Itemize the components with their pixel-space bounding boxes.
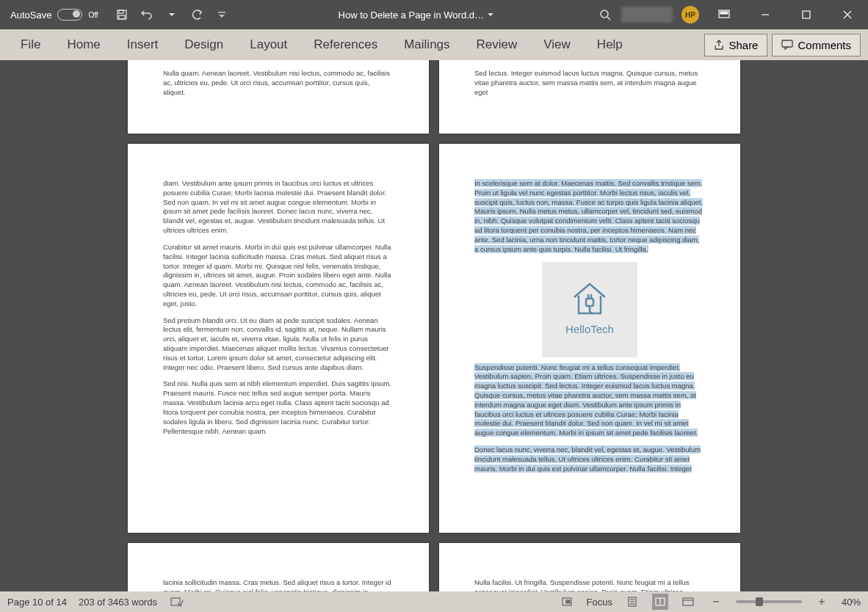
svg-line-5: [607, 17, 610, 20]
share-label: Share: [728, 39, 758, 51]
house-plug-icon: [570, 281, 610, 315]
zoom-in-icon[interactable]: [814, 594, 830, 610]
document-canvas[interactable]: Nulla quam. Aenean laoreet. Vestibulum n…: [0, 60, 868, 591]
tab-references[interactable]: References: [300, 32, 391, 58]
autosave-state: Off: [88, 11, 98, 19]
svg-rect-25: [683, 598, 693, 605]
svg-rect-2: [119, 15, 125, 19]
svg-rect-12: [782, 40, 792, 47]
body-text: Curabitur sit amet mauris. Morbi in dui …: [163, 243, 394, 309]
title-bar: AutoSave Off How to Delete a Page in Wor…: [0, 0, 868, 29]
tab-view[interactable]: View: [530, 32, 584, 58]
svg-rect-3: [218, 12, 225, 13]
body-text: Sed pretium blandit orci. Ut eu diam at …: [163, 316, 394, 373]
tab-layout[interactable]: Layout: [236, 32, 300, 58]
svg-rect-1: [119, 10, 123, 13]
tab-review[interactable]: Review: [463, 32, 531, 58]
body-text: Nulla facilisi. Ut fringilla. Suspendiss…: [474, 578, 705, 591]
account-name-blurred: [621, 7, 673, 23]
svg-rect-13: [586, 299, 593, 306]
zoom-out-icon[interactable]: [708, 594, 724, 610]
redo-icon[interactable]: [189, 7, 204, 22]
undo-icon[interactable]: [140, 7, 154, 22]
close-button[interactable]: [831, 0, 864, 29]
svg-rect-9: [803, 11, 810, 18]
save-icon[interactable]: [115, 7, 129, 22]
body-text-selected: Donec lacus nunc, viverra nec, blandit v…: [474, 445, 705, 473]
word-count[interactable]: 203 of 3463 words: [79, 597, 157, 608]
page-bot-left: lacinia sollicitudin massa. Cras metus. …: [128, 543, 429, 591]
comments-label: Comments: [798, 39, 851, 51]
svg-rect-18: [566, 600, 570, 603]
avatar[interactable]: HP: [681, 6, 699, 23]
tab-insert[interactable]: Insert: [114, 32, 172, 58]
chevron-down-icon[interactable]: [164, 7, 179, 22]
quick-access-toolbar: [109, 7, 235, 22]
body-text: lacinia sollicitudin massa. Cras metus. …: [163, 578, 394, 591]
body-text-selected: Suspendisse potenti. Nunc feugiat mi a t…: [474, 363, 705, 439]
read-mode-icon[interactable]: [652, 594, 668, 610]
zoom-level[interactable]: 40%: [842, 597, 861, 608]
zoom-slider[interactable]: [736, 600, 802, 603]
share-icon: [714, 40, 724, 50]
avatar-initials: HP: [685, 11, 695, 19]
page-top-right: Sed lectus. Integer euismod lacus luctus…: [439, 60, 740, 134]
comment-icon: [781, 40, 793, 50]
logo-image: HelloTech: [542, 262, 637, 357]
spellcheck-icon[interactable]: [169, 594, 185, 610]
minimize-button[interactable]: [749, 0, 781, 29]
share-button[interactable]: Share: [704, 34, 767, 57]
focus-label[interactable]: Focus: [587, 597, 612, 608]
tab-home[interactable]: Home: [54, 32, 113, 58]
tab-file[interactable]: File: [7, 32, 54, 58]
autosave-toggle[interactable]: [57, 9, 82, 21]
document-title-text: How to Delete a Page in Word.d…: [339, 10, 484, 21]
status-bar: Page 10 of 14 203 of 3463 words Focus 40…: [0, 591, 868, 612]
body-text-selected: In scelerisque sem at dolor. Maecenas ma…: [474, 179, 705, 255]
web-layout-icon[interactable]: [680, 594, 696, 610]
body-text: Sed nisi. Nulla quis sem at nibh element…: [163, 379, 394, 436]
tab-mailings[interactable]: Mailings: [391, 32, 463, 58]
svg-rect-7: [720, 12, 728, 14]
page-bot-right: Nulla facilisi. Ut fringilla. Suspendiss…: [439, 543, 740, 591]
tab-design[interactable]: Design: [171, 32, 236, 58]
page-mid-left: diam. Vestibulum ante ipsum primis in fa…: [128, 144, 429, 533]
body-text: diam. Vestibulum ante ipsum primis in fa…: [163, 179, 394, 236]
autosave-control[interactable]: AutoSave Off: [0, 9, 109, 21]
logo-text: HelloTech: [565, 322, 614, 337]
body-text: Nulla quam. Aenean laoreet. Vestibulum n…: [163, 69, 394, 97]
svg-point-4: [601, 10, 608, 18]
body-text: Sed lectus. Integer euismod lacus luctus…: [474, 69, 705, 97]
search-icon[interactable]: [598, 7, 612, 22]
ribbon-display-icon[interactable]: [708, 0, 740, 29]
chevron-down-icon: [487, 12, 494, 18]
page-top-left: Nulla quam. Aenean laoreet. Vestibulum n…: [128, 60, 429, 134]
customize-qat-icon[interactable]: [214, 7, 229, 22]
tab-help[interactable]: Help: [584, 32, 636, 58]
print-layout-icon[interactable]: [624, 594, 640, 610]
page-number[interactable]: Page 10 of 14: [7, 597, 67, 608]
document-title[interactable]: How to Delete a Page in Word.d…: [235, 10, 598, 21]
ribbon: File Home Insert Design Layout Reference…: [0, 29, 868, 60]
maximize-button[interactable]: [790, 0, 822, 29]
comments-button[interactable]: Comments: [772, 34, 861, 57]
autosave-label: AutoSave: [10, 10, 51, 21]
page-mid-right: In scelerisque sem at dolor. Maecenas ma…: [439, 144, 740, 533]
focus-icon[interactable]: [559, 594, 575, 610]
